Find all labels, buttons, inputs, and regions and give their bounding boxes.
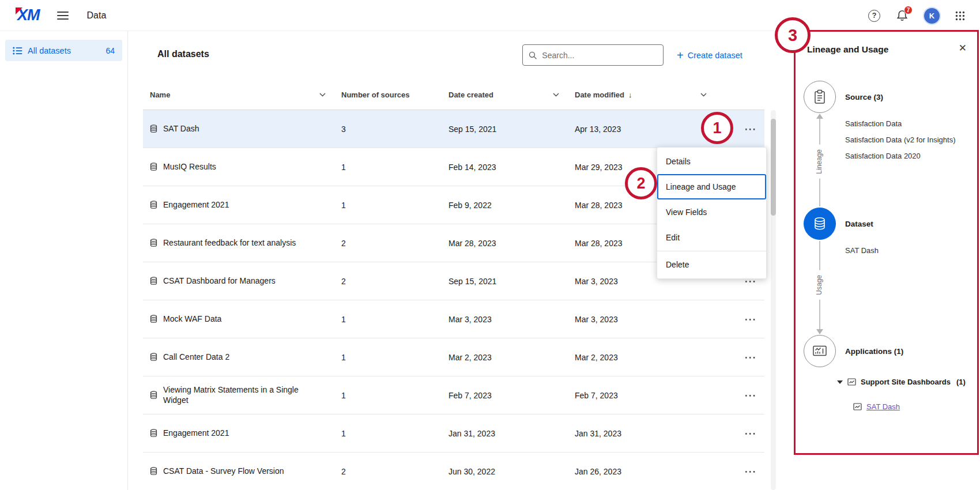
- create-dataset-button[interactable]: + Create dataset: [677, 44, 742, 66]
- table-row[interactable]: Call Center Data 2 1 Mar 2, 2023 Mar 2, …: [143, 338, 764, 376]
- column-header-sources[interactable]: Number of sources: [341, 91, 448, 99]
- row-created: Mar 2, 2023: [448, 353, 575, 362]
- row-modified: Apr 13, 2023: [575, 125, 709, 134]
- lineage-axis-label: Lineage: [815, 145, 823, 179]
- row-actions-button[interactable]: ⋯: [744, 351, 764, 363]
- row-created: Jun 30, 2022: [448, 467, 575, 476]
- row-sources: 3: [341, 125, 448, 134]
- row-sources: 1: [341, 163, 448, 172]
- row-modified: Mar 2, 2023: [575, 353, 709, 362]
- annotation-step-1: 1: [701, 112, 733, 144]
- menu-item-lineage-and-usage[interactable]: Lineage and Usage: [657, 174, 766, 199]
- scrollbar-thumb[interactable]: [771, 119, 776, 216]
- search-icon: [529, 51, 537, 60]
- close-icon[interactable]: ✕: [959, 43, 967, 53]
- dataset-icon: [150, 277, 157, 285]
- row-actions-button[interactable]: ⋯: [744, 313, 764, 325]
- menu-item-edit[interactable]: Edit: [657, 225, 766, 250]
- database-icon: [813, 217, 826, 231]
- avatar[interactable]: K: [924, 8, 940, 24]
- row-created: Mar 3, 2023: [448, 315, 575, 324]
- table-row[interactable]: Viewing Matrix Statements in a Single Wi…: [143, 376, 764, 414]
- row-modified: Jan 31, 2023: [575, 429, 709, 438]
- caret-down-icon[interactable]: [837, 380, 843, 384]
- app-title: Data: [87, 10, 107, 21]
- applications-node: [804, 335, 836, 367]
- sidebar: All datasets 64: [0, 31, 128, 490]
- arrow-down-icon: [816, 329, 823, 334]
- hamburger-menu-icon[interactable]: [57, 9, 69, 22]
- row-name: Engagement 2021: [163, 428, 229, 439]
- notification-badge: 7: [904, 6, 913, 14]
- clipboard-icon: [813, 89, 827, 104]
- list-icon: [13, 47, 22, 55]
- applications-group-count: (1): [956, 378, 966, 386]
- row-actions-button[interactable]: ⋯: [744, 465, 764, 477]
- row-name: CSAT Dashboard for Managers: [163, 276, 276, 287]
- row-name: Mock WAF Data: [163, 314, 221, 325]
- dataset-icon: [150, 201, 157, 209]
- row-sources: 2: [341, 277, 448, 286]
- notifications-button[interactable]: 7: [896, 9, 909, 22]
- row-name: MusIQ Results: [163, 162, 216, 172]
- context-menu-items: DetailsLineage and UsageView FieldsEditD…: [657, 149, 766, 277]
- table-row[interactable]: SAT Dash 3 Sep 15, 2021 Apr 13, 2023 ⋯: [143, 110, 764, 148]
- table-row[interactable]: Mock WAF Data 1 Mar 3, 2023 Mar 3, 2023 …: [143, 300, 764, 338]
- dataset-icon: [150, 239, 157, 247]
- chevron-down-icon[interactable]: [700, 93, 707, 97]
- table-row[interactable]: CSAT Data - Survey Flow Version 2 Jun 30…: [143, 453, 764, 490]
- dataset-icon: [150, 315, 157, 323]
- topbar: XM Data ? 7 K: [0, 0, 980, 31]
- chevron-down-icon[interactable]: [553, 93, 559, 97]
- app-launcher-icon[interactable]: [955, 11, 965, 21]
- dataset-icon: [150, 353, 157, 361]
- row-actions-button[interactable]: ⋯: [744, 389, 764, 401]
- sidebar-item-label: All datasets: [28, 46, 71, 55]
- row-sources: 1: [341, 315, 448, 324]
- menu-item-delete[interactable]: Delete: [657, 252, 766, 277]
- dataset-link[interactable]: SAT Dash: [866, 402, 900, 411]
- xm-logo[interactable]: XM: [17, 7, 40, 23]
- row-actions-button[interactable]: ⋯: [744, 427, 764, 439]
- sidebar-item-all-datasets[interactable]: All datasets 64: [5, 40, 122, 61]
- context-menu: DetailsLineage and UsageView FieldsEditD…: [657, 147, 767, 279]
- help-icon[interactable]: ?: [868, 10, 880, 22]
- row-sources: 2: [341, 467, 448, 476]
- row-created: Mar 28, 2023: [448, 239, 575, 248]
- sidebar-item-count: 64: [105, 46, 115, 55]
- dataset-icon: [150, 467, 157, 476]
- row-created: Feb 7, 2023: [448, 391, 575, 400]
- arrow-up-icon: [816, 114, 823, 119]
- column-header-created[interactable]: Date created: [448, 91, 575, 99]
- row-name: Engagement 2021: [163, 200, 229, 210]
- row-created: Feb 14, 2023: [448, 163, 575, 172]
- page-title: All datasets: [157, 49, 209, 59]
- column-header-modified[interactable]: Date modified ↓: [575, 91, 709, 99]
- row-created: Feb 9, 2022: [448, 201, 575, 210]
- lineage-usage-panel: Lineage and Usage ✕ Source (3) Satisfact…: [794, 30, 979, 455]
- sort-descending-icon: ↓: [628, 91, 632, 99]
- menu-separator: [657, 251, 766, 251]
- plus-icon: +: [677, 50, 684, 61]
- applications-group-row[interactable]: Support Site Dashboards (1): [837, 378, 966, 386]
- row-name: Restaurant feedback for text analysis: [163, 238, 296, 248]
- dataset-label: Dataset: [845, 220, 873, 228]
- row-created: Sep 15, 2021: [448, 125, 575, 134]
- annotation-step-3: 3: [775, 17, 811, 53]
- row-sources: 2: [341, 239, 448, 248]
- menu-item-details[interactable]: Details: [657, 149, 766, 174]
- row-sources: 1: [341, 353, 448, 362]
- chevron-down-icon[interactable]: [319, 93, 326, 97]
- applications-icon: [812, 345, 827, 357]
- dataset-icon: [150, 125, 157, 133]
- row-actions-button[interactable]: ⋯: [744, 123, 764, 135]
- search-input[interactable]: [542, 51, 657, 60]
- dashboard-icon: [847, 378, 856, 386]
- dataset-node: [804, 208, 836, 240]
- column-header-name[interactable]: Name: [143, 91, 341, 99]
- menu-item-view-fields[interactable]: View Fields: [657, 199, 766, 225]
- table-row[interactable]: Engagement 2021 1 Jan 31, 2023 Jan 31, 2…: [143, 414, 764, 453]
- search-box: [522, 44, 664, 66]
- usage-axis-label: Usage: [815, 270, 823, 300]
- scrollbar-track: [771, 110, 776, 490]
